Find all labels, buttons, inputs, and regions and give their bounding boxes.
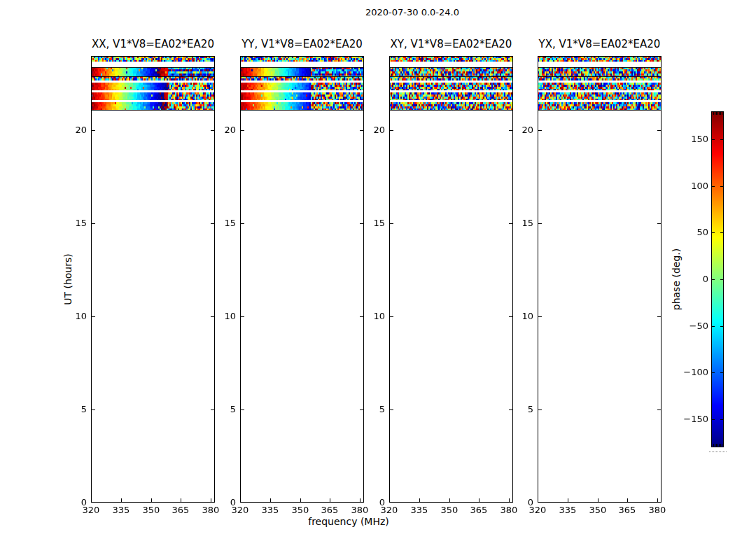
x-tick-label: 365 xyxy=(316,505,344,516)
figure-title: 2020-07-30 0.0-24.0 xyxy=(342,7,482,18)
colorbar-end-dashes xyxy=(709,451,727,452)
colorbar-tick-label: 150 xyxy=(680,134,708,145)
heatmap-canvas-yy xyxy=(240,56,364,503)
y-tick-label: 0 xyxy=(361,497,385,508)
y-tick-label: 10 xyxy=(361,311,385,322)
y-tick-label: 10 xyxy=(510,311,533,322)
y-tick-label: 5 xyxy=(510,404,533,415)
x-tick-label: 335 xyxy=(107,505,135,516)
x-tick-label: 320 xyxy=(375,505,403,516)
y-axis-label: UT (hours) xyxy=(62,237,74,321)
x-tick-label: 350 xyxy=(286,505,314,516)
colorbar-tick-label: −150 xyxy=(680,414,708,425)
y-tick-label: 15 xyxy=(361,218,385,229)
y-tick-label: 15 xyxy=(510,218,533,229)
x-tick-label: 335 xyxy=(256,505,284,516)
colorbar-tick-label: 0 xyxy=(680,274,708,285)
x-tick-label: 380 xyxy=(643,505,671,516)
heatmap-canvas-xy xyxy=(389,56,513,503)
subplot-title-xy: XY, V1*V8=EA02*EA20 xyxy=(375,38,527,50)
colorbar-tick-label: 50 xyxy=(680,227,708,238)
y-tick-label: 20 xyxy=(510,125,533,136)
y-tick-label: 15 xyxy=(63,218,87,229)
x-tick-label: 380 xyxy=(495,505,523,516)
x-tick-label: 335 xyxy=(405,505,433,516)
x-tick-label: 365 xyxy=(613,505,641,516)
x-tick-label: 320 xyxy=(77,505,105,516)
y-tick-label: 20 xyxy=(63,125,87,136)
subplot-title-yy: YY, V1*V8=EA02*EA20 xyxy=(226,38,378,50)
y-tick-label: 0 xyxy=(212,497,236,508)
x-tick-label: 320 xyxy=(524,505,552,516)
colorbar-canvas xyxy=(711,111,724,447)
x-tick-label: 350 xyxy=(137,505,165,516)
y-tick-label: 5 xyxy=(63,404,87,415)
y-tick-label: 10 xyxy=(212,311,236,322)
x-tick-label: 350 xyxy=(435,505,463,516)
subplot-title-xx: XX, V1*V8=EA02*EA20 xyxy=(77,38,229,50)
colorbar-tick-label: −50 xyxy=(680,321,708,332)
x-tick-label: 380 xyxy=(346,505,374,516)
y-tick-label: 5 xyxy=(361,404,385,415)
figure: 2020-07-30 0.0-24.0 XX, V1*V8=EA02*EA20 … xyxy=(0,0,735,560)
colorbar-tick-label: −100 xyxy=(680,367,708,378)
y-tick-label: 0 xyxy=(510,497,533,508)
x-tick-label: 365 xyxy=(465,505,493,516)
x-tick-label: 365 xyxy=(167,505,195,516)
y-tick-label: 0 xyxy=(63,497,87,508)
x-tick-label: 320 xyxy=(226,505,254,516)
x-axis-label: frequency (MHz) xyxy=(279,516,419,527)
y-tick-label: 20 xyxy=(212,125,236,136)
y-tick-label: 5 xyxy=(212,404,236,415)
heatmap-canvas-xx xyxy=(91,56,215,503)
x-tick-label: 350 xyxy=(584,505,612,516)
heatmap-canvas-yx xyxy=(538,56,662,503)
colorbar-tick-label: 100 xyxy=(680,181,708,192)
x-tick-label: 380 xyxy=(197,505,225,516)
y-tick-label: 20 xyxy=(361,125,385,136)
colorbar-label: phase (deg.) xyxy=(671,237,682,321)
subplot-title-yx: YX, V1*V8=EA02*EA20 xyxy=(524,38,676,50)
x-tick-label: 335 xyxy=(554,505,582,516)
y-tick-label: 15 xyxy=(212,218,236,229)
